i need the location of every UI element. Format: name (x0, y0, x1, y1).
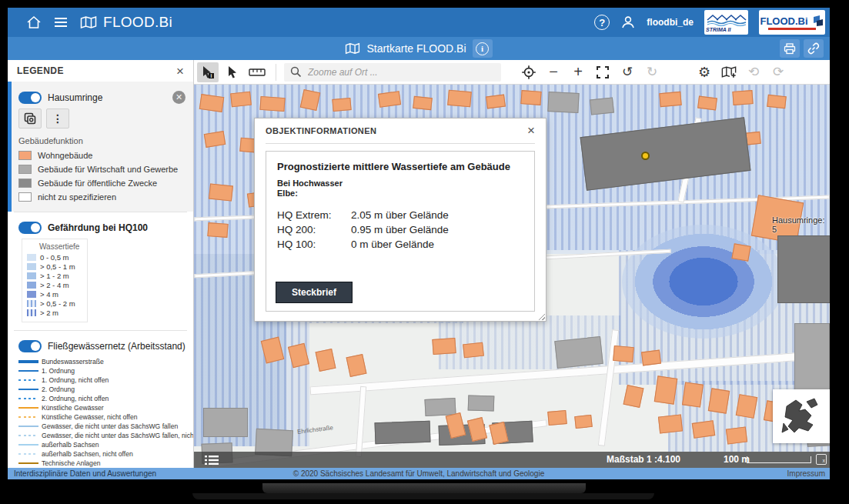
scalebar-graphic (747, 456, 811, 463)
water-depth-card: Wassertiefe 0 - 0,5 m> 0,5 - 1 m> 1 - 2 … (22, 239, 88, 322)
map-building (203, 408, 248, 437)
network-line-swatch (18, 462, 38, 464)
map-building (574, 415, 593, 429)
search-input[interactable] (308, 67, 477, 78)
overview-minimap[interactable] (773, 389, 830, 443)
strima-logo-label: STRIMA II (706, 27, 730, 32)
map-building (378, 91, 401, 108)
menu-hamburger-icon[interactable] (54, 17, 68, 28)
network-line-swatch (18, 360, 38, 363)
hausumringe-label: Hausumringe (48, 92, 102, 103)
map-building (554, 336, 603, 369)
select-tool-button[interactable] (222, 62, 243, 82)
map-building (659, 92, 681, 107)
zoom-in-button[interactable]: + (567, 62, 589, 82)
impressum-link[interactable]: Impressum (787, 468, 825, 479)
network-line-swatch (18, 398, 38, 399)
zoom-out-button[interactable]: − (543, 62, 564, 82)
home-icon[interactable] (26, 15, 42, 29)
map-building (468, 395, 495, 411)
legend-section-network: Fließgewässernetz (Arbeitsstand) Bundesw… (8, 331, 193, 468)
building-function-list: WohngebäudeGebäude für Wirtschaft und Ge… (18, 149, 186, 204)
network-label-item: 1. Ordnung (42, 367, 75, 375)
layer-list-icon[interactable] (202, 453, 222, 466)
map-building (731, 243, 750, 262)
print-button[interactable] (780, 39, 800, 58)
popup-row-value: 0.95 m über Gelände (351, 222, 449, 237)
network-label-item: 2. Ordnung (42, 386, 75, 393)
screen-bezel (192, 493, 654, 499)
popup-row-label: HQ 100: (277, 237, 351, 252)
map-scale-text: Maßstab 1 :4.100 (607, 454, 680, 465)
water-depth-swatch (27, 309, 36, 316)
network-item: Gewässer, die nicht unter das SächsWG fa… (18, 422, 186, 431)
water-depth-label: > 0,5 - 1 m (40, 262, 75, 271)
water-depth-label: 0 - 0,5 m (40, 253, 69, 262)
water-depth-item: > 2 - 4 m (27, 280, 79, 289)
popup-divider (266, 143, 535, 144)
settings-gear-button[interactable]: ⚙ (694, 62, 715, 82)
network-line-swatch (18, 426, 38, 427)
scalebar-close-icon[interactable]: x (816, 454, 827, 465)
map-info-button[interactable]: i (473, 39, 493, 58)
strima-logo: STRIMA II (704, 10, 748, 35)
map-canvas[interactable]: Hausumringe: 5 Ehrlichstraße OBJEKTINFOR… (194, 85, 830, 468)
water-depth-item: 0 - 0,5 m (27, 252, 79, 262)
map-building (316, 349, 336, 372)
popup-value-row: HQ Extrem:2.05 m über Gelände (277, 208, 523, 222)
legend-section-hausumringe: Hausumringe ✕ ⋮ Gebäudefunktion Wohngebä… (8, 82, 193, 212)
redo-button[interactable]: ↻ (641, 62, 663, 82)
network-item: 2. Ordnung, nicht offen (18, 394, 186, 403)
network-line-swatch (18, 435, 38, 436)
map-building (654, 375, 677, 404)
network-toggle[interactable] (18, 340, 42, 352)
undo-button[interactable]: ↺ (617, 62, 638, 82)
water-depth-item: > 0,5 - 1 m (27, 262, 79, 271)
steckbrief-button[interactable]: Steckbrief (276, 282, 353, 303)
floodbi-logo-label: FLOOD.Bi (760, 16, 807, 26)
map-building (447, 90, 472, 108)
water-depth-swatch (27, 272, 36, 279)
measure-tool-button[interactable] (246, 62, 268, 82)
subheader-bar: Startkarte FLOOD.Bi i (8, 37, 830, 60)
water-depth-label: > 2 m (40, 309, 58, 317)
selected-object-marker[interactable] (641, 152, 650, 160)
network-item: außerhalb Sachsen, nicht offen (18, 449, 186, 459)
building-function-label: Gebäude für öffentliche Zwecke (38, 179, 157, 188)
brand-title: FLOOD.Bi (103, 14, 172, 31)
location-search (284, 63, 501, 82)
map-column: i − + ↺ ↻ (194, 60, 830, 468)
map-building (230, 92, 252, 108)
network-line-swatch (18, 370, 38, 372)
layer-options-button[interactable] (18, 108, 42, 129)
remove-layer-icon[interactable]: ✕ (172, 91, 186, 104)
map-building (794, 323, 830, 392)
water-depth-list: 0 - 0,5 m> 0,5 - 1 m> 1 - 2 m> 2 - 4 m> … (27, 252, 79, 317)
share-link-button[interactable] (804, 39, 824, 58)
popup-content: Prognostizierte mittlere Wassertiefe am … (266, 151, 535, 312)
user-icon[interactable] (620, 15, 636, 30)
network-line-swatch (18, 444, 38, 446)
building-color-swatch (18, 151, 32, 160)
water-depth-swatch (27, 263, 36, 270)
legend-close-icon[interactable]: × (176, 65, 184, 78)
map-building (547, 92, 579, 113)
scalebar-distance: 100 m (724, 454, 750, 465)
locate-tool-button[interactable] (518, 62, 540, 82)
map-building (692, 420, 716, 439)
building-color-swatch (18, 192, 32, 202)
popup-resize-handle[interactable] (537, 312, 545, 320)
popup-close-icon[interactable]: × (527, 123, 535, 139)
layer-more-button[interactable]: ⋮ (46, 108, 69, 129)
select-info-tool-button[interactable]: i (197, 62, 219, 82)
add-map-layer-button[interactable] (718, 62, 740, 82)
time-filter-button-disabled[interactable]: ⟲ (743, 62, 764, 82)
brand-logo: FLOOD.Bi (80, 14, 172, 31)
hausumringe-toggle[interactable] (18, 92, 42, 104)
network-item: Technische Anlagen (18, 459, 186, 468)
help-icon[interactable]: ? (594, 15, 610, 30)
hq100-toggle[interactable] (18, 222, 42, 234)
full-extent-button[interactable] (592, 62, 613, 82)
refresh-filter-button-disabled[interactable]: ⟳ (767, 62, 789, 82)
map-building (424, 398, 456, 416)
